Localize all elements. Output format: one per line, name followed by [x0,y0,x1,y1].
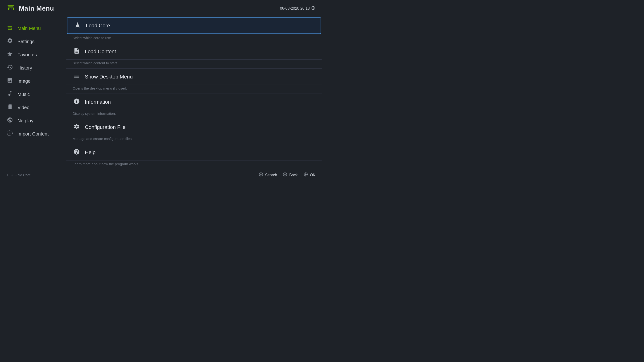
menu-item-information[interactable]: Information [66,94,322,110]
import-content-icon [6,130,13,138]
search-label: Search [265,173,277,177]
sidebar-item-main-menu[interactable]: Main Menu [0,22,66,35]
settings-icon [6,38,13,45]
back-label: Back [289,173,298,177]
sidebar-item-history[interactable]: History [0,61,66,74]
svg-point-11 [285,173,286,174]
sidebar-item-label: Import Content [18,131,48,137]
show-desktop-menu-icon [73,73,80,81]
main-layout: Main Menu Settings Favorites [0,17,322,169]
configuration-file-label: Configuration File [85,124,126,130]
sidebar-item-favorites[interactable]: Favorites [0,48,66,61]
sidebar-item-image[interactable]: Image [0,74,66,88]
svg-point-8 [284,174,286,175]
menu-item-load-content[interactable]: Load Content [66,43,322,60]
datetime-text: 06-08-2020 20:13 [280,6,310,10]
header: Main Menu 06-08-2020 20:13 [0,0,322,17]
show-desktop-menu-label: Show Desktop Menu [85,74,133,80]
svg-point-4 [260,174,260,175]
svg-point-10 [286,174,286,175]
ok-label: OK [310,173,316,177]
sidebar-item-label: Main Menu [18,26,41,31]
search-button-icon [258,172,263,178]
svg-point-6 [260,173,261,174]
svg-point-17 [306,175,306,176]
clock-icon [311,6,316,11]
load-core-label: Load Core [86,22,110,29]
svg-point-7 [260,175,261,176]
svg-point-0 [7,130,12,136]
favorites-icon [6,51,13,58]
sidebar-item-music[interactable]: Music [0,88,66,101]
information-desc: Display system information. [66,110,322,119]
svg-point-14 [304,174,305,175]
information-label: Information [85,99,111,105]
ok-button-icon [304,172,308,178]
sidebar-item-label: History [18,65,32,71]
svg-point-9 [284,174,284,175]
configuration-file-desc: Manage and create configuration files. [66,135,322,144]
help-label: Help [85,150,96,156]
svg-point-16 [306,173,306,174]
configuration-file-icon [73,123,80,131]
back-button-icon [283,172,287,178]
sidebar-item-label: Image [18,78,31,84]
ok-button[interactable]: OK [304,172,316,178]
menu-item-load-core[interactable]: Load Core [67,18,321,34]
footer-controls: Search Back [258,172,316,178]
sidebar-item-label: Favorites [18,52,37,58]
load-content-icon [73,48,80,56]
help-desc: Learn more about how the program works. [66,160,322,169]
content-area: Load Core Select which core to use. Load… [66,17,322,169]
footer: 1.8.8 - No Core Search [0,169,322,181]
sidebar-item-netplay[interactable]: Netplay [0,114,66,127]
video-icon [6,104,13,111]
load-content-label: Load Content [85,48,116,55]
menu-item-help[interactable]: Help [66,144,322,160]
sidebar-item-settings[interactable]: Settings [0,35,66,48]
show-desktop-menu-desc: Opens the desktop menu if closed. [66,85,322,94]
sidebar-item-label: Netplay [18,118,34,124]
sidebar-item-video[interactable]: Video [0,101,66,114]
music-icon [6,90,13,98]
main-menu-icon [6,24,13,32]
search-button[interactable]: Search [258,172,277,178]
help-icon [73,148,80,156]
sidebar-item-label: Settings [18,39,34,44]
svg-point-13 [305,174,306,175]
sidebar-item-import-content[interactable]: Import Content [0,127,66,140]
header-left: Main Menu [6,3,54,14]
netplay-icon [6,117,13,124]
svg-point-3 [260,174,262,175]
sidebar-item-label: Video [18,105,30,110]
sidebar-item-label: Music [18,92,30,97]
app-logo-icon [6,3,15,14]
header-datetime: 06-08-2020 20:13 [280,6,316,11]
history-icon [6,64,13,72]
load-content-desc: Select which content to start. [66,60,322,68]
svg-point-15 [306,174,307,175]
svg-point-5 [262,174,262,175]
page-title: Main Menu [19,5,54,12]
load-core-desc: Select which core to use. [66,34,322,43]
menu-item-show-desktop-menu[interactable]: Show Desktop Menu [66,68,322,85]
information-icon [73,98,80,106]
version-text: 1.8.8 - No Core [6,173,31,177]
back-button[interactable]: Back [283,172,298,178]
image-icon [6,77,13,85]
load-core-icon [74,22,81,30]
menu-item-configuration-file[interactable]: Configuration File [66,119,322,135]
sidebar: Main Menu Settings Favorites [0,17,66,169]
svg-point-12 [285,175,286,176]
